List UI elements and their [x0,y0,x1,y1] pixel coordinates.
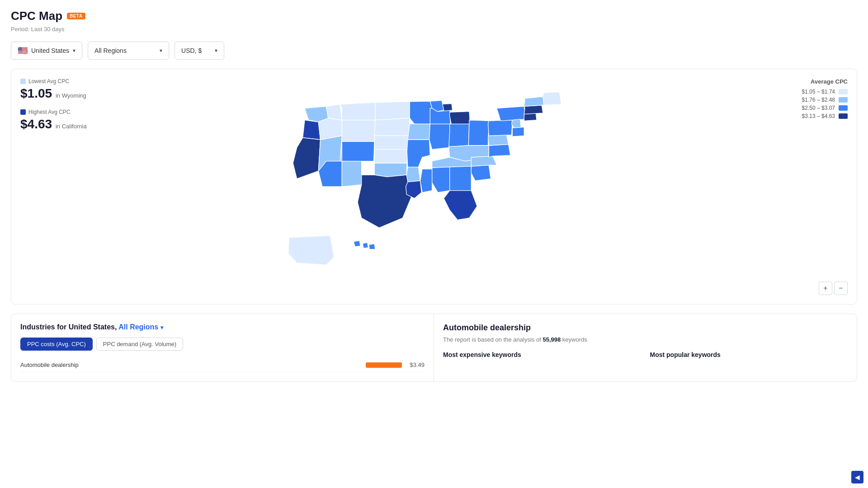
tab-ppc-demand[interactable]: PPC demand (Avg. Volume) [96,338,183,351]
keywords-grid: Most expensive keywords Most popular key… [443,351,848,363]
industry-value: $3.49 [406,361,425,368]
state-or[interactable] [303,120,321,140]
state-hi-3[interactable] [369,244,375,249]
state-id-upper[interactable] [326,104,342,120]
state-ar[interactable] [406,167,420,182]
legend-item-1: $1.05 – $1.74 [802,89,848,95]
state-md-de[interactable] [512,127,524,136]
state-hi-1[interactable] [354,241,360,247]
state-sc[interactable] [471,165,491,181]
highest-cpc-location: in California [56,123,87,130]
state-ia[interactable] [408,124,430,140]
legend-color-1 [839,89,848,94]
legend-title: Average CPC [802,78,848,85]
map-section: Lowest Avg CPC $1.05 in Wyoming Highest … [11,69,857,305]
industry-row-auto: Automobile dealership $3.49 [20,358,425,372]
filters-row: 🇺🇸 United States ▾ All Regions ▾ USD, $ … [11,42,857,60]
state-sd[interactable] [374,118,410,136]
state-wv[interactable] [488,135,509,145]
usa-map-svg[interactable] [258,83,610,291]
lowest-cpc-label: Lowest Avg CPC [28,78,69,84]
state-il[interactable] [429,124,451,149]
state-wy[interactable] [342,120,375,142]
state-mn[interactable] [410,101,432,124]
state-hi-2[interactable] [363,243,368,248]
legend-color-2 [839,97,848,103]
detail-subtitle-suffix: keywords [562,336,587,343]
detail-subtitle: The report is based on the analysis of 5… [443,336,848,343]
detail-panel: Automobile dealership The report is base… [434,314,857,381]
state-in[interactable] [449,124,469,146]
zoom-in-button[interactable]: + [819,282,832,295]
legend-item-3: $2.50 – $3.07 [802,105,848,111]
region-chevron-icon: ▾ [160,47,162,54]
detail-title: Automobile dealership [443,323,848,333]
industry-name: Automobile dealership [20,361,79,368]
state-ma[interactable] [524,105,543,114]
flag-icon: 🇺🇸 [18,46,28,56]
state-ms[interactable] [420,169,432,192]
region-filter[interactable]: All Regions ▾ [88,42,169,60]
lowest-cpc-location: in Wyoming [56,92,86,99]
most-popular-label: Most popular keywords [650,351,848,358]
state-ne[interactable] [374,136,408,149]
state-ny[interactable] [497,106,526,121]
state-nm[interactable] [342,161,361,187]
industries-title: Industries for United States, All Region… [20,323,425,331]
map-stats: Lowest Avg CPC $1.05 in Wyoming Highest … [20,78,87,140]
legend-color-4 [839,113,848,119]
legend-item-4: $3.13 – $4.63 [802,113,848,119]
detail-keywords-count: 55,998 [542,336,561,343]
state-oh[interactable] [468,120,489,145]
legend-color-3 [839,105,848,111]
most-expensive-label: Most expensive keywords [443,351,641,358]
country-filter[interactable]: 🇺🇸 United States ▾ [11,42,82,60]
lowest-cpc-value: $1.05 [20,86,52,100]
industries-region-link[interactable]: All Regions [118,323,158,331]
state-ok[interactable] [374,163,407,177]
industries-chevron-icon[interactable]: ▾ [160,324,163,331]
page-title: CPC Map [11,9,62,23]
industry-bar-area: $3.49 [366,361,425,368]
state-me[interactable] [543,92,561,105]
region-label: All Regions [94,47,127,54]
lowest-cpc-dot [20,79,26,84]
highest-cpc-label: Highest Avg CPC [28,109,71,115]
state-id[interactable] [318,118,342,140]
tab-ppc-costs[interactable]: PPC costs (Avg. CPC) [20,338,93,351]
currency-filter[interactable]: USD, $ ▾ [175,42,224,60]
state-co[interactable] [342,141,374,161]
state-ks[interactable] [374,150,408,163]
state-fl[interactable] [444,191,477,220]
state-va[interactable] [489,144,510,157]
state-pa[interactable] [488,120,513,136]
currency-chevron-icon: ▾ [215,47,217,54]
most-expensive-col: Most expensive keywords [443,351,641,363]
state-nd[interactable] [375,102,410,120]
tab-buttons: PPC costs (Avg. CPC) PPC demand (Avg. Vo… [20,338,425,351]
state-vt-nh-me[interactable] [524,97,546,107]
state-mo[interactable] [407,140,430,167]
state-tx[interactable] [358,175,412,228]
industry-bar [366,362,402,368]
zoom-controls: + − [819,282,848,295]
state-al[interactable] [432,167,450,192]
highest-cpc-value: $4.63 [20,117,52,131]
bottom-section: Industries for United States, All Region… [11,314,857,382]
zoom-out-button[interactable]: − [834,282,848,295]
map-legend: Average CPC $1.05 – $1.74 $1.76 – $2.48 … [802,78,848,121]
state-ak[interactable] [288,235,334,265]
period-text: Period: Last 30 days [11,26,857,33]
highest-cpc-block: Highest Avg CPC $4.63 in California [20,109,87,131]
state-ca[interactable] [293,138,321,179]
state-ga[interactable] [450,166,472,192]
highest-cpc-dot [20,109,26,115]
state-mt[interactable] [340,103,375,120]
industries-panel: Industries for United States, All Region… [11,314,434,381]
country-chevron-icon: ▾ [73,47,75,54]
detail-subtitle-prefix: The report is based on the analysis of [443,336,541,343]
state-nc[interactable] [471,156,496,166]
country-label: United States [31,47,69,54]
beta-badge: BETA [67,13,85,19]
lowest-cpc-block: Lowest Avg CPC $1.05 in Wyoming [20,78,87,101]
